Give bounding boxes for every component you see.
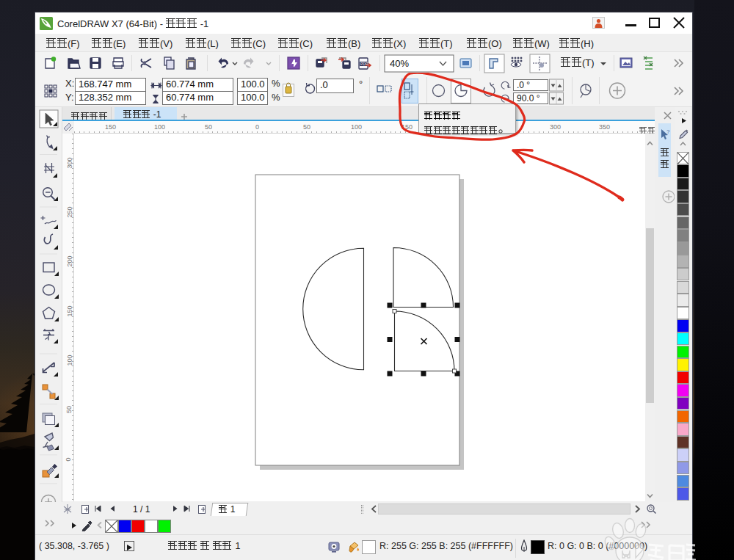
svg-text:?: ? — [666, 128, 670, 135]
svg-text:40%: 40% — [390, 58, 409, 69]
